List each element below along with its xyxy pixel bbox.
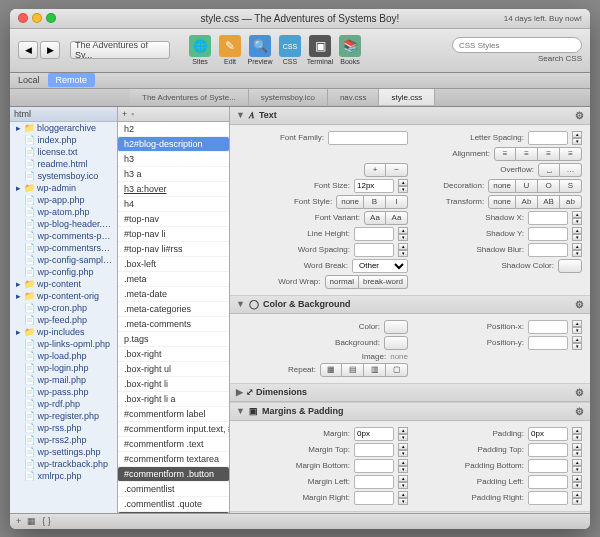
selector-item[interactable]: h3 a:hover (118, 182, 229, 197)
file-item[interactable]: 📄 wp-config-sample.php (10, 254, 117, 266)
padding-top-input[interactable] (528, 443, 568, 457)
gear-icon[interactable]: ⚙ (575, 406, 584, 417)
margin-left-input[interactable] (354, 475, 394, 489)
file-item[interactable]: 📄 readme.html (10, 158, 117, 170)
close-icon[interactable] (18, 13, 28, 23)
folder-item[interactable]: ▸ 📁 wp-includes (10, 326, 117, 338)
file-tab[interactable]: style.css (379, 89, 435, 105)
selector-item[interactable]: .box-right (118, 347, 229, 362)
file-browser[interactable]: html ▸ 📁 bloggerarchive📄 index.php📄 lice… (10, 107, 118, 513)
selector-item[interactable]: #commentform input.text, #... (118, 422, 229, 437)
selector-item[interactable]: #commentform textarea (118, 452, 229, 467)
file-item[interactable]: 📄 wp-login.php (10, 362, 117, 374)
folder-item[interactable]: ▸ 📁 wp-content (10, 278, 117, 290)
back-button[interactable]: ◀ (18, 41, 38, 59)
stepper-icon[interactable]: ▴▾ (572, 243, 582, 257)
grid-icon[interactable]: ▦ (27, 516, 36, 526)
pos-x-input[interactable] (528, 320, 568, 334)
padding-bottom-input[interactable] (528, 459, 568, 473)
stepper-icon[interactable]: ▴▾ (398, 491, 408, 505)
margin-bottom-input[interactable] (354, 459, 394, 473)
section-margins[interactable]: ▼▣Margins & Padding⚙ (230, 403, 590, 421)
stepper-icon[interactable]: ▴▾ (398, 443, 408, 457)
selector-item[interactable]: h4 (118, 197, 229, 212)
section-text[interactable]: ▼𝐴Text⚙ (230, 107, 590, 125)
file-item[interactable]: 📄 wp-load.php (10, 350, 117, 362)
stepper-icon[interactable]: ▴▾ (572, 475, 582, 489)
shadow-color-well[interactable] (558, 259, 582, 273)
selector-item[interactable]: .box-right li a (118, 392, 229, 407)
selector-item[interactable]: .meta-date (118, 287, 229, 302)
selector-item[interactable]: .commentlist (118, 482, 229, 497)
word-spacing-input[interactable] (354, 243, 394, 257)
selector-item[interactable]: #commentform .text (118, 437, 229, 452)
file-item[interactable]: 📄 xmlrpc.php (10, 470, 117, 482)
decoration-segmented[interactable]: noneUOS (488, 179, 582, 193)
shadow-blur-input[interactable] (528, 243, 568, 257)
selector-item[interactable]: #top-nav li (118, 227, 229, 242)
pos-y-input[interactable] (528, 336, 568, 350)
transform-segmented[interactable]: noneAbABab (488, 195, 582, 209)
selector-item[interactable]: .meta-comments (118, 317, 229, 332)
file-item[interactable]: 📄 wp-cron.php (10, 302, 117, 314)
stepper-icon[interactable]: ▴▾ (572, 459, 582, 473)
shadow-x-input[interactable] (528, 211, 568, 225)
padding-right-input[interactable] (528, 491, 568, 505)
background-well[interactable] (384, 336, 408, 350)
file-item[interactable]: 📄 wp-commentsrss2.php (10, 242, 117, 254)
stepper-icon[interactable]: ▴▾ (572, 443, 582, 457)
file-item[interactable]: 📄 wp-links-opml.php (10, 338, 117, 350)
selector-item[interactable]: p.tags (118, 332, 229, 347)
stepper-icon[interactable]: ▴▾ (398, 179, 408, 193)
overflow-segmented[interactable]: ⎵… (538, 163, 582, 177)
file-item[interactable]: 📄 wp-blog-header.php (10, 218, 117, 230)
gear-icon[interactable]: ⚙ (575, 387, 584, 398)
stepper-icon[interactable]: ▴▾ (398, 475, 408, 489)
selector-item[interactable]: #commentform label (118, 407, 229, 422)
margin-top-input[interactable] (354, 443, 394, 457)
file-item[interactable]: 📄 wp-mail.php (10, 374, 117, 386)
mode-remote[interactable]: Remote (48, 73, 96, 87)
selector-item[interactable]: .box-left (118, 257, 229, 272)
selector-item[interactable]: #commentform .button (118, 467, 229, 482)
file-item[interactable]: 📄 wp-feed.php (10, 314, 117, 326)
section-color-bg[interactable]: ▼◯Color & Background⚙ (230, 296, 590, 314)
file-item[interactable]: 📄 wp-config.php (10, 266, 117, 278)
file-item[interactable]: 📄 wp-atom.php (10, 206, 117, 218)
stepper-icon[interactable]: ▴▾ (572, 320, 582, 334)
shadow-y-input[interactable] (528, 227, 568, 241)
gear-icon[interactable]: ⚙ (575, 299, 584, 310)
stepper-icon[interactable]: ▴▾ (572, 131, 582, 145)
file-item[interactable]: 📄 wp-settings.php (10, 446, 117, 458)
padding-left-input[interactable] (528, 475, 568, 489)
selector-item[interactable]: h2#blog-description (118, 137, 229, 152)
braces-icon[interactable]: { } (42, 516, 51, 526)
selector-item[interactable]: .commentlist .quote (118, 497, 229, 512)
file-tab[interactable]: systemsboy.ico (249, 89, 328, 105)
file-tab[interactable]: The Adventures of Syste... (130, 89, 249, 105)
forward-button[interactable]: ▶ (40, 41, 60, 59)
file-item[interactable]: 📄 systemsboy.ico (10, 170, 117, 182)
toolbar-terminal-button[interactable]: ▣Terminal (306, 35, 334, 65)
folder-item[interactable]: ▸ 📁 bloggerarchive (10, 122, 117, 134)
file-item[interactable]: 📄 wp-rss2.php (10, 434, 117, 446)
file-tab[interactable]: nav.css (328, 89, 380, 105)
stepper-icon[interactable]: ▴▾ (572, 227, 582, 241)
toolbar-edit-button[interactable]: ✎Edit (216, 35, 244, 65)
toolbar-books-button[interactable]: 📚Books (336, 35, 364, 65)
toolbar-css-button[interactable]: CSSCSS (276, 35, 304, 65)
word-break-select[interactable]: Other (352, 259, 408, 273)
letter-spacing-input[interactable] (528, 131, 568, 145)
mode-local[interactable]: Local (10, 73, 48, 87)
open-document-dropdown[interactable]: The Adventures of Sy... (70, 41, 170, 59)
search-input[interactable] (452, 37, 582, 53)
margin-input[interactable] (354, 427, 394, 441)
trial-notice[interactable]: 14 days left. Buy now! (504, 14, 582, 23)
selector-item[interactable]: .meta (118, 272, 229, 287)
file-browser-header[interactable]: html (10, 107, 117, 122)
stepper-icon[interactable]: ▴▾ (572, 211, 582, 225)
folder-item[interactable]: ▸ 📁 wp-content-orig (10, 290, 117, 302)
selector-item[interactable]: #top-nav (118, 212, 229, 227)
file-item[interactable]: 📄 wp-trackback.php (10, 458, 117, 470)
selector-item[interactable]: h3 (118, 152, 229, 167)
